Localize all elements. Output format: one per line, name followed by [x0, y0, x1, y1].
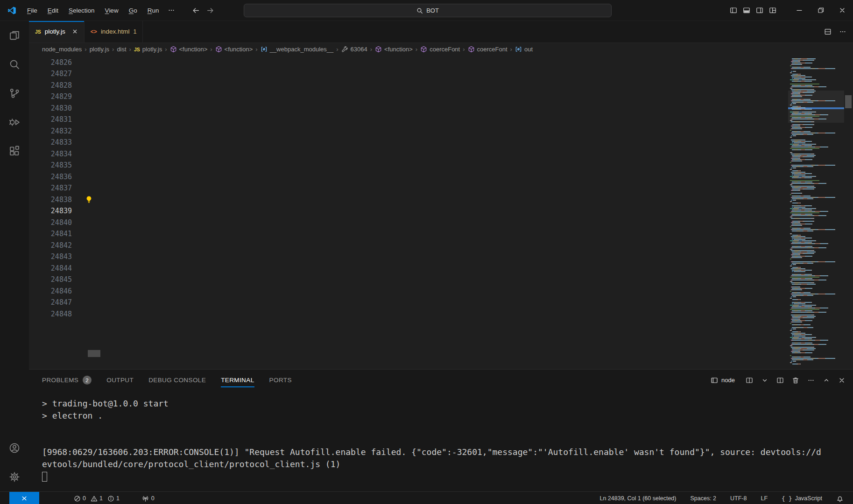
breadcrumb-item[interactable]: 63064: [341, 46, 367, 53]
minimize-button[interactable]: [789, 0, 810, 21]
activity-settings[interactable]: [0, 462, 29, 491]
terminal-tab-node[interactable]: node: [711, 377, 735, 384]
line-number[interactable]: 24841: [29, 228, 84, 240]
code-line[interactable]: 24832: [29, 126, 788, 137]
line-number[interactable]: 24833: [29, 137, 84, 148]
layout-panel-icon[interactable]: [743, 7, 750, 14]
code-line[interactable]: 24842: [29, 240, 788, 252]
code-line[interactable]: 24833: [29, 137, 788, 148]
statusbar-indentation[interactable]: Spaces: 2: [688, 495, 718, 502]
menu-run[interactable]: Run: [143, 5, 163, 16]
line-number[interactable]: 24843: [29, 251, 84, 263]
code-line[interactable]: 24830: [29, 103, 788, 114]
code-line[interactable]: 24840: [29, 217, 788, 229]
activity-source-control[interactable]: [0, 79, 29, 108]
horizontal-scrollbar[interactable]: [88, 350, 100, 357]
breadcrumb-item[interactable]: coerceFont: [468, 46, 508, 53]
split-terminal-icon[interactable]: [776, 377, 784, 384]
code-editor[interactable]: 2482624827248282482924830248312483224833…: [29, 56, 853, 369]
code-line[interactable]: 24847: [29, 297, 788, 308]
code-line[interactable]: 24826: [29, 57, 788, 69]
code-line[interactable]: 24827: [29, 68, 788, 80]
panel-tab-debug-console[interactable]: DEBUG CONSOLE: [148, 370, 206, 391]
line-number[interactable]: 24836: [29, 171, 84, 183]
line-number[interactable]: 24845: [29, 274, 84, 286]
tab-close-icon[interactable]: [72, 28, 78, 35]
statusbar-encoding[interactable]: UTF-8: [728, 495, 748, 502]
statusbar-language-mode[interactable]: { }JavaScript: [780, 495, 824, 502]
breadcrumb-item[interactable]: <function>: [215, 46, 253, 53]
split-editor-icon[interactable]: [824, 28, 832, 35]
code-line[interactable]: 24845: [29, 274, 788, 286]
statusbar-cursor-position[interactable]: Ln 24839, Col 1 (60 selected): [598, 495, 678, 502]
restore-button[interactable]: [810, 0, 832, 21]
menu-view[interactable]: View: [101, 5, 123, 16]
panel-tab-problems[interactable]: PROBLEMS2: [42, 370, 92, 391]
menu-go[interactable]: Go: [125, 5, 141, 16]
menu-file[interactable]: File: [23, 5, 42, 16]
command-center-search[interactable]: BOT: [244, 4, 612, 17]
layout-grid-icon[interactable]: [769, 7, 776, 14]
line-number[interactable]: 24828: [29, 80, 84, 91]
close-panel-icon[interactable]: [838, 377, 846, 384]
tab-plotly-js[interactable]: JSplotly.js: [29, 21, 85, 42]
menu-overflow-icon[interactable]: [163, 5, 180, 16]
line-number[interactable]: 24838: [29, 194, 84, 206]
kill-terminal-icon[interactable]: [792, 377, 799, 384]
menu-selection[interactable]: Selection: [64, 5, 99, 16]
editor-more-actions-icon[interactable]: [839, 28, 846, 35]
line-number[interactable]: 24837: [29, 182, 84, 194]
problems-status[interactable]: 0 1 1: [72, 495, 124, 502]
activity-search[interactable]: [0, 50, 29, 79]
line-number[interactable]: 24847: [29, 297, 84, 308]
line-number[interactable]: 24842: [29, 240, 84, 252]
breadcrumb-item[interactable]: node_modules: [42, 46, 82, 53]
code-line[interactable]: 24841: [29, 228, 788, 240]
code-line[interactable]: 24837: [29, 182, 788, 194]
code-line[interactable]: 24843: [29, 251, 788, 263]
layout-sidebar-right-icon[interactable]: [756, 7, 763, 14]
code-line[interactable]: 24838: [29, 194, 788, 206]
terminal-output[interactable]: > trading-bot@1.0.0 start> electron . [9…: [29, 391, 853, 491]
activity-account[interactable]: [0, 434, 29, 462]
layout-sidebar-left-icon[interactable]: [730, 7, 737, 14]
vertical-scrollbar[interactable]: [845, 95, 852, 108]
statusbar-eol[interactable]: LF: [759, 495, 769, 502]
line-number[interactable]: 24848: [29, 308, 84, 320]
line-number[interactable]: 24826: [29, 57, 84, 69]
code-line[interactable]: 24835: [29, 160, 788, 171]
code-line[interactable]: 24836: [29, 171, 788, 183]
breadcrumb-item[interactable]: coerceFont: [420, 46, 460, 53]
code-line[interactable]: 24839: [29, 205, 788, 217]
line-number[interactable]: 24835: [29, 160, 84, 171]
line-number[interactable]: 24827: [29, 68, 84, 80]
breadcrumb-item[interactable]: <function>: [375, 46, 413, 53]
tab-index-html[interactable]: <>index.html1: [85, 21, 143, 42]
code-line[interactable]: 24848: [29, 308, 788, 320]
breadcrumb-item[interactable]: __webpack_modules__: [261, 46, 334, 53]
code-line[interactable]: 24831: [29, 114, 788, 126]
maximize-panel-icon[interactable]: [823, 377, 830, 384]
line-number[interactable]: 24832: [29, 126, 84, 137]
code-line[interactable]: 24844: [29, 263, 788, 274]
line-number[interactable]: 24846: [29, 286, 84, 297]
launch-profile-dropdown-icon[interactable]: [761, 377, 768, 384]
ports-status[interactable]: 0: [140, 495, 156, 502]
line-number[interactable]: 24840: [29, 217, 84, 229]
forward-icon[interactable]: [206, 7, 214, 14]
statusbar-notifications[interactable]: [834, 495, 846, 502]
activity-files[interactable]: [0, 21, 29, 50]
line-number[interactable]: 24830: [29, 103, 84, 114]
activity-run-debug[interactable]: [0, 108, 29, 137]
menu-edit[interactable]: Edit: [43, 5, 63, 16]
panel-tab-ports[interactable]: PORTS: [269, 370, 292, 391]
breadcrumb-item[interactable]: out: [515, 46, 533, 53]
code-line[interactable]: 24834: [29, 148, 788, 160]
line-number[interactable]: 24834: [29, 148, 84, 160]
line-number[interactable]: 24831: [29, 114, 84, 126]
new-terminal-split-icon[interactable]: [746, 377, 753, 384]
line-number[interactable]: 24844: [29, 263, 84, 274]
terminal-more-actions-icon[interactable]: [807, 377, 815, 384]
code-line[interactable]: 24829: [29, 91, 788, 103]
close-window-button[interactable]: [832, 0, 853, 21]
